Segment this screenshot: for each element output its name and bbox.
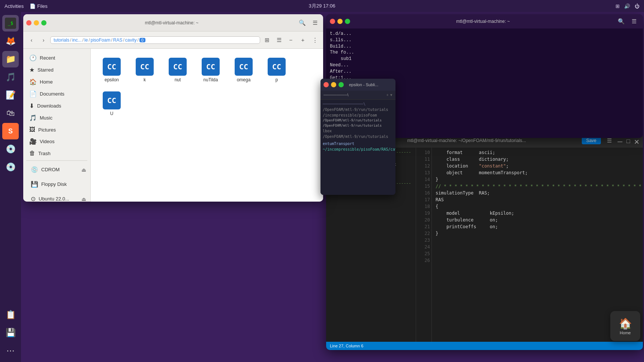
file-label-epsilon: epsilon <box>105 77 119 82</box>
terminal-close-btn[interactable] <box>330 19 335 24</box>
taskbar-notes[interactable]: 📋 <box>2 307 19 323</box>
fm-search-btn[interactable]: 🔍 <box>297 18 307 28</box>
sublime-mini-max[interactable] <box>338 82 344 87</box>
editor-statusbar: Line 27, Column 6 <box>326 342 643 350</box>
file-label-nut: nut <box>175 77 181 82</box>
top-bar-clock: 3月29 17:06 <box>309 3 335 9</box>
sidebar-ubuntu-row: ⊙ Ubuntu 22.0... ⏏ <box>23 191 90 202</box>
code-line-26: } <box>436 230 643 237</box>
fm-zoom-out-btn[interactable]: − <box>286 35 296 45</box>
sidebar-item-recent[interactable]: 🕐 Recent <box>25 52 89 64</box>
activities-label[interactable]: Activities <box>4 3 24 9</box>
sidebar-item-downloads[interactable]: ⬇ Downloads <box>25 100 89 112</box>
fm-overflow-btn[interactable]: ⋮ <box>310 35 320 45</box>
top-bar-left: Activities 📄 Files <box>4 3 48 9</box>
terminal-min-btn[interactable] <box>337 19 343 24</box>
editor-window-max[interactable]: □ <box>626 138 631 143</box>
file-item-nut[interactable]: C nut <box>163 55 193 85</box>
terminal-titlebar: mtl@mtl-virtual-machine: ~ 🔍 ☰ <box>326 14 643 28</box>
sublime-mini-titlebar: epsilon - Subli... <box>321 79 395 91</box>
sidebar-item-ubuntu[interactable]: ⊙ Ubuntu 22.0... <box>26 193 80 202</box>
fm-zoom-in-btn[interactable]: + <box>298 35 308 45</box>
pictures-icon: 🖼 <box>29 126 35 133</box>
home-float[interactable]: 🏠 Home <box>610 311 640 341</box>
fm-content: C epsilon C k C nut C nuTilda C omega C … <box>91 49 323 202</box>
file-item-epsilon[interactable]: C epsilon <box>97 55 127 85</box>
fm-breadcrumb: tutorials / inc... / le / pisoFoam / RAS… <box>50 36 260 44</box>
fm-list-view-btn[interactable]: ☰ <box>274 35 284 45</box>
top-bar: Activities 📄 Files 3月29 17:06 ⊞ 🔊 ⏻ <box>0 0 644 12</box>
sublime-mini-min[interactable] <box>331 82 336 87</box>
sidebar-item-documents[interactable]: 📄 Documents <box>25 88 89 100</box>
file-item-nuTilda[interactable]: C nuTilda <box>196 55 226 85</box>
volume-icon: 🔊 <box>624 3 630 9</box>
sublime-mini-title: epsilon - Subli... <box>349 82 378 87</box>
taskbar-music[interactable]: 🎵 <box>2 69 19 85</box>
files-menu[interactable]: 📄 Files <box>30 3 47 9</box>
file-label-p: p <box>276 77 278 82</box>
taskbar-texteditor[interactable]: 📝 <box>2 87 19 103</box>
left-taskbar: _$ 🦊 📁 🎵 📝 🛍 S 💿 💿 📋 💾 ⋯ <box>0 12 21 362</box>
terminal-menu-btn[interactable]: ☰ <box>629 16 639 27</box>
sidebar-item-videos[interactable]: 🎥 Videos <box>25 136 89 147</box>
fm-titlebar: mtl@mtl-virtual-machine: ~ 🔍 ☰ <box>23 14 323 31</box>
sidebar-item-music[interactable]: 🎵 Music <box>25 112 89 124</box>
sidebar-item-trash[interactable]: 🗑 Trash <box>25 148 89 159</box>
fm-forward-btn[interactable]: › <box>38 35 49 45</box>
sidebar-item-floppy[interactable]: 💾 Floppy Disk <box>26 178 87 190</box>
fm-minimize-btn[interactable] <box>34 20 39 25</box>
taskbar-disk2[interactable]: 💿 <box>2 159 19 175</box>
breadcrumb-le[interactable]: le <box>84 37 88 43</box>
taskbar-sublime[interactable]: S <box>2 123 19 139</box>
code-line-11: class dictionary; <box>436 156 643 163</box>
fm-maximize-btn[interactable] <box>41 20 46 25</box>
file-item-k[interactable]: C k <box>130 55 160 85</box>
fm-close-btn[interactable] <box>26 20 31 25</box>
terminal-search-btn[interactable]: 🔍 <box>616 16 626 27</box>
fm-back-btn[interactable]: ‹ <box>26 35 37 45</box>
sidebar-item-cdrom[interactable]: 💿 CDROM <box>26 164 80 175</box>
terminal-max-btn[interactable] <box>345 19 350 24</box>
cdrom-eject-btn[interactable]: ⏏ <box>80 166 87 174</box>
file-label-nuTilda: nuTilda <box>204 77 218 82</box>
taskbar-appstore[interactable]: 🛍 <box>2 105 19 121</box>
taskbar-files[interactable]: 📁 <box>2 51 19 67</box>
editor-window-min[interactable]: ─ <box>617 138 623 143</box>
breadcrumb-tutorials[interactable]: tutorials <box>54 37 69 43</box>
tab-add-btn[interactable]: + ▾ <box>386 93 392 97</box>
file-icon-U: C <box>103 91 121 109</box>
taskbar-apps[interactable]: ⋯ <box>2 343 19 359</box>
sidebar-item-pictures[interactable]: 🖼 Pictures <box>25 124 89 135</box>
code-line-19: RAS <box>436 196 643 203</box>
sidebar-item-starred[interactable]: ★ Starred <box>25 64 89 76</box>
file-icon-p: C <box>268 58 286 76</box>
fm-menu-btn[interactable]: ☰ <box>310 18 320 28</box>
file-icon-omega: C <box>235 58 253 76</box>
editor-window-close[interactable]: ✕ <box>634 138 639 143</box>
files-icon: 📄 <box>30 3 36 9</box>
videos-icon: 🎥 <box>29 138 37 145</box>
taskbar-firefox[interactable]: 🦊 <box>2 33 19 49</box>
fm-sidebar: 🕐 Recent ★ Starred 🏠 Home 📄 Documents ⬇ … <box>23 49 91 202</box>
sublime-mini-close[interactable] <box>323 82 329 87</box>
file-item-omega[interactable]: C omega <box>229 55 259 85</box>
breadcrumb-pisofoam[interactable]: pisoFoam <box>91 37 111 43</box>
file-item-U[interactable]: C U <box>97 88 127 119</box>
file-item-p[interactable]: C p <box>262 55 292 85</box>
editor-save-btn[interactable]: Save <box>582 137 601 144</box>
taskbar-backup[interactable]: 💾 <box>2 325 19 341</box>
breadcrumb-cavity[interactable]: cavity <box>125 37 137 43</box>
trash-icon: 🗑 <box>29 150 35 157</box>
fm-grid-view-btn[interactable]: ⊞ <box>262 35 272 45</box>
sidebar-item-home[interactable]: 🏠 Home <box>25 76 89 88</box>
ubuntu-eject-btn[interactable]: ⏏ <box>80 195 87 202</box>
breadcrumb-inc[interactable]: inc... <box>72 37 81 43</box>
term-line: t.d/a... <box>330 31 639 37</box>
file-icon-k: C <box>136 58 154 76</box>
taskbar-terminal[interactable]: _$ <box>2 15 19 31</box>
taskbar-disk[interactable]: 💿 <box>2 141 19 157</box>
fm-navbar: ‹ › tutorials / inc... / le / pisoFoam /… <box>23 31 323 49</box>
code-line-25: printCoeffs on; <box>436 223 643 230</box>
breadcrumb-ras[interactable]: RAS <box>113 37 123 43</box>
code-line-21: model kEpsilon; <box>436 210 643 217</box>
